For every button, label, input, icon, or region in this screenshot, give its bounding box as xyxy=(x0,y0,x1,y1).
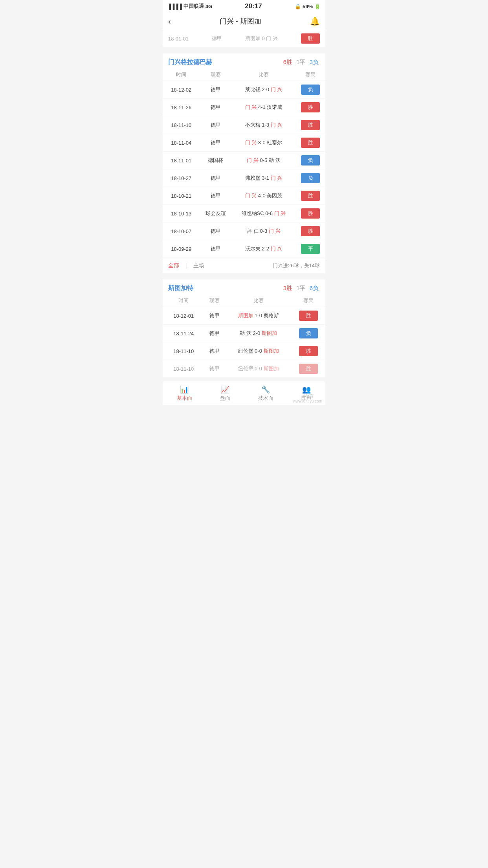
tab-zhenrong-icon: 👥 xyxy=(302,385,311,394)
match-teams: 不来梅 1-3 门 兴 xyxy=(231,116,295,134)
match-league: 德甲 xyxy=(200,169,231,187)
watermark-brand: 论体育 xyxy=(293,394,322,399)
tab-jishumian-icon: 🔧 xyxy=(261,385,270,394)
col-match: 比赛 xyxy=(231,69,295,81)
result-badge: 胜 xyxy=(301,208,320,219)
match-teams: 沃尔夫 2-2 门 兴 xyxy=(231,240,295,258)
tab-jibenmian[interactable]: 📊 基本面 xyxy=(177,385,192,402)
menxing-draw: 1平 xyxy=(296,59,305,65)
match-league: 德甲 xyxy=(200,240,231,258)
filter-all-button[interactable]: 全部 xyxy=(168,262,179,269)
tab-jibenmian-icon: 📊 xyxy=(180,385,189,394)
result-badge: 负 xyxy=(301,155,320,166)
col-league-s: 联赛 xyxy=(205,295,225,307)
menxing-row-4[interactable]: 18-11-01 德国杯 门 兴 0-5 勒 沃 负 xyxy=(163,152,325,169)
tab-panmian-label: 盘面 xyxy=(220,395,230,402)
menxing-row-3[interactable]: 18-11-04 德甲 门 兴 3-0 杜塞尔 胜 xyxy=(163,134,325,152)
battery-label: 59% xyxy=(303,4,313,9)
col-time-s: 时间 xyxy=(163,295,205,307)
tab-jishumian[interactable]: 🔧 技术面 xyxy=(258,385,273,402)
match-result: 负 xyxy=(292,325,325,342)
filter-home-button[interactable]: 主场 xyxy=(193,262,204,269)
result-badge: 胜 xyxy=(301,226,320,236)
menxing-lose: 3负 xyxy=(310,59,319,65)
match-teams: 纽伦堡 0-0 斯图加 xyxy=(225,360,292,378)
match-date: 18-12-02 xyxy=(163,81,200,99)
result-badge: 胜 xyxy=(299,346,318,356)
menxing-row-9[interactable]: 18-09-29 德甲 沃尔夫 2-2 门 兴 平 xyxy=(163,240,325,258)
stujia-row-0[interactable]: 18-12-01 德甲 斯图加 1-0 奥格斯 胜 xyxy=(163,307,325,325)
stujia-section: 斯图加特 3胜 1平 6负 时间 联赛 比赛 赛果 18-12-01 德甲 斯图… xyxy=(163,280,325,378)
partial-league: 德甲 xyxy=(212,35,222,42)
tab-panmian[interactable]: 📈 盘面 xyxy=(220,385,230,402)
match-league: 德甲 xyxy=(200,116,231,134)
stujia-row-1[interactable]: 18-11-24 德甲 勒 沃 2-0 斯图加 负 xyxy=(163,325,325,342)
stujia-row-2[interactable]: 18-11-10 德甲 纽伦堡 0-0 斯图加 胜 xyxy=(163,342,325,360)
col-league: 联赛 xyxy=(200,69,231,81)
watermark-url: www.luntiyu.com xyxy=(293,399,322,403)
match-result: 平 xyxy=(295,240,325,258)
match-date: 18-11-10 xyxy=(163,342,205,360)
col-time: 时间 xyxy=(163,69,200,81)
back-button[interactable]: ‹ xyxy=(168,17,171,26)
col-result: 赛果 xyxy=(295,69,325,81)
carrier-label: 中国联通 xyxy=(183,3,204,10)
stujia-lose: 6负 xyxy=(310,285,319,291)
menxing-stats: 6胜 1平 3负 xyxy=(282,59,320,66)
menxing-row-8[interactable]: 18-10-07 德甲 拜 仁 0-3 门 兴 胜 xyxy=(163,223,325,240)
match-date: 18-11-10 xyxy=(163,360,205,378)
col-result-s: 赛果 xyxy=(292,295,325,307)
match-result: 胜 xyxy=(295,205,325,223)
menxing-row-0[interactable]: 18-12-02 德甲 莱比锡 2-0 门 兴 负 xyxy=(163,81,325,99)
match-date: 18-11-01 xyxy=(163,152,200,169)
match-date: 18-11-24 xyxy=(163,325,205,342)
match-league: 德甲 xyxy=(205,325,225,342)
result-badge: 负 xyxy=(299,328,318,338)
match-teams: 门 兴 3-0 杜塞尔 xyxy=(231,134,295,152)
status-left: ▐▐▐▐ 中国联通 4G xyxy=(167,3,212,10)
match-result: 负 xyxy=(295,169,325,187)
menxing-row-1[interactable]: 18-11-26 德甲 门 兴 4-1 汉诺威 胜 xyxy=(163,99,325,116)
match-result: 胜 xyxy=(295,99,325,116)
watermark: 论体育 www.luntiyu.com xyxy=(293,394,322,403)
col-match-s: 比赛 xyxy=(225,295,292,307)
menxing-row-2[interactable]: 18-11-10 德甲 不来梅 1-3 门 兴 胜 xyxy=(163,116,325,134)
match-league: 德甲 xyxy=(200,99,231,116)
tab-bar: 📊 基本面 📈 盘面 🔧 技术面 👥 阵容 论体育 www.luntiyu.co… xyxy=(163,381,325,405)
match-league: 球会友谊 xyxy=(200,205,231,223)
menxing-row-5[interactable]: 18-10-27 德甲 弗赖堡 3-1 门 兴 负 xyxy=(163,169,325,187)
tab-jishumian-label: 技术面 xyxy=(258,395,273,402)
nav-bar: ‹ 门兴 - 斯图加 🔔 xyxy=(163,13,325,30)
bell-icon[interactable]: 🔔 xyxy=(310,17,320,26)
match-result: 负 xyxy=(295,152,325,169)
signal-icon: ▐▐▐▐ xyxy=(167,4,182,9)
top-partial-row: 18-01-01 德甲 斯图加 0 门 兴 胜 xyxy=(163,30,325,47)
result-badge: 胜 xyxy=(301,102,320,112)
match-date: 18-11-04 xyxy=(163,134,200,152)
network-label: 4G xyxy=(205,4,212,9)
menxing-table: 时间 联赛 比赛 赛果 18-12-02 德甲 莱比锡 2-0 门 兴 负 18… xyxy=(163,69,325,258)
match-date: 18-10-21 xyxy=(163,187,200,205)
menxing-section: 门兴格拉德巴赫 6胜 1平 3负 时间 联赛 比赛 赛果 18-12-02 德甲… xyxy=(163,53,325,273)
match-result: 胜 xyxy=(292,307,325,325)
match-league: 德甲 xyxy=(205,342,225,360)
match-date: 18-09-29 xyxy=(163,240,200,258)
menxing-row-6[interactable]: 18-10-21 德甲 门 兴 4-0 美因茨 胜 xyxy=(163,187,325,205)
result-badge: 胜 xyxy=(301,138,320,148)
result-badge: 负 xyxy=(301,173,320,183)
stujia-stats: 3胜 1平 6负 xyxy=(282,285,320,292)
divider-1 xyxy=(163,47,325,50)
match-teams: 纽伦堡 0-0 斯图加 xyxy=(225,342,292,360)
menxing-table-header: 时间 联赛 比赛 赛果 xyxy=(163,69,325,81)
match-teams: 莱比锡 2-0 门 兴 xyxy=(231,81,295,99)
match-teams: 勒 沃 2-0 斯图加 xyxy=(225,325,292,342)
menxing-title: 门兴格拉德巴赫 xyxy=(168,58,212,66)
match-league: 德国杯 xyxy=(200,152,231,169)
partial-date: 18-01-01 xyxy=(168,36,189,42)
stujia-draw: 1平 xyxy=(296,285,305,291)
stujia-row-partial: 18-11-10 德甲 纽伦堡 0-0 斯图加 胜 xyxy=(163,360,325,378)
match-league: 德甲 xyxy=(200,134,231,152)
menxing-row-7[interactable]: 18-10-13 球会友谊 维也纳SC 0-6 门 兴 胜 xyxy=(163,205,325,223)
match-league: 德甲 xyxy=(205,360,225,378)
menxing-header: 门兴格拉德巴赫 6胜 1平 3负 xyxy=(163,53,325,69)
